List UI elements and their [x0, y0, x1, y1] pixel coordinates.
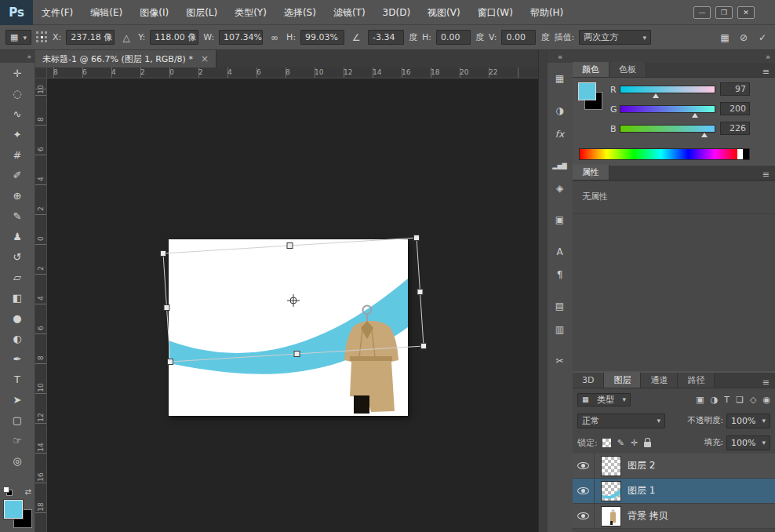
- vertical-ruler[interactable]: 10 8 6 4 2 0 2 4 6 8 10 12 14 16 18: [35, 78, 47, 532]
- pen-tool[interactable]: ✒: [0, 348, 35, 369]
- tab-3d[interactable]: 3D: [573, 373, 604, 388]
- maximize-button[interactable]: ❐: [715, 6, 733, 19]
- interpolation-select[interactable]: 两次立方 ▾: [579, 30, 651, 45]
- h-skew-input[interactable]: 0.00: [436, 30, 471, 45]
- width-input[interactable]: 107.34%: [219, 30, 263, 45]
- histogram-icon[interactable]: ▂▅▇: [550, 158, 569, 173]
- menu-filter[interactable]: 滤镜(T): [325, 0, 374, 25]
- visibility-toggle[interactable]: [573, 454, 595, 479]
- character-icon[interactable]: A: [550, 244, 569, 260]
- brush-tool[interactable]: ✎: [0, 206, 35, 226]
- default-colors-icon[interactable]: [3, 486, 13, 496]
- link-dimensions-icon[interactable]: ∞: [267, 32, 282, 43]
- close-tab-icon[interactable]: ×: [201, 53, 209, 64]
- navigator-icon[interactable]: ◈: [550, 180, 569, 196]
- menu-3d[interactable]: 3D(D): [374, 0, 419, 25]
- lock-pixels-icon[interactable]: ✎: [617, 438, 624, 448]
- tab-color[interactable]: 颜色: [573, 62, 609, 77]
- clone-source-icon[interactable]: ▣: [550, 212, 569, 228]
- eraser-tool[interactable]: ▱: [0, 267, 35, 287]
- layer-filter-select[interactable]: ▦ 类型 ▾: [577, 393, 631, 406]
- red-value-input[interactable]: 97: [720, 82, 750, 96]
- tab-layers[interactable]: 图层: [604, 373, 641, 388]
- layer-row-layer1[interactable]: 图层 1: [573, 479, 775, 504]
- close-button[interactable]: ✕: [737, 6, 755, 19]
- timeline-icon[interactable]: ✂: [550, 353, 569, 369]
- visibility-toggle[interactable]: [573, 479, 595, 504]
- menu-edit[interactable]: 编辑(E): [82, 0, 131, 25]
- styles-icon[interactable]: fx: [550, 126, 569, 142]
- blend-mode-select[interactable]: 正常 ▾: [577, 414, 665, 428]
- quick-selection-tool[interactable]: ✦: [0, 124, 35, 144]
- dock-expand-button[interactable]: «: [548, 50, 573, 63]
- commit-transform-icon[interactable]: ✓: [755, 32, 770, 43]
- layer-name[interactable]: 图层 1: [628, 484, 655, 497]
- path-selection-tool[interactable]: ➤: [0, 389, 35, 410]
- dodge-tool[interactable]: ◐: [0, 328, 35, 348]
- green-slider[interactable]: [620, 105, 715, 113]
- menu-layer[interactable]: 图层(L): [177, 0, 226, 25]
- x-position-input[interactable]: 237.18 像: [66, 30, 115, 45]
- shape-tool[interactable]: ▢: [0, 410, 35, 430]
- clone-stamp-tool[interactable]: ♟: [0, 226, 35, 246]
- document-tab[interactable]: 未标题-1 @ 66.7% (图层 1, RGB/8) * ×: [35, 50, 216, 67]
- cancel-transform-icon[interactable]: ⊘: [737, 32, 751, 43]
- blur-tool[interactable]: ●: [0, 308, 35, 328]
- menu-window[interactable]: 窗口(W): [469, 0, 522, 25]
- foreground-color-swatch[interactable]: [4, 500, 23, 519]
- blue-slider[interactable]: [620, 125, 715, 133]
- zoom-tool[interactable]: ◎: [0, 450, 35, 471]
- layer-row-background-copy[interactable]: 背景 拷贝: [573, 504, 775, 529]
- color-spectrum-ramp[interactable]: [579, 148, 750, 160]
- tab-channels[interactable]: 通道: [641, 373, 678, 388]
- filter-pixel-icon[interactable]: ▣: [696, 395, 704, 405]
- lasso-tool[interactable]: ∿: [0, 104, 35, 124]
- move-tool[interactable]: ✛: [0, 63, 35, 83]
- menu-help[interactable]: 帮助(H): [522, 0, 572, 25]
- adjustments-icon[interactable]: ◑: [550, 103, 569, 118]
- hand-tool[interactable]: ☞: [0, 430, 35, 450]
- rotation-input[interactable]: -3.34: [368, 30, 404, 45]
- lock-transparency-icon[interactable]: [602, 439, 611, 447]
- visibility-toggle[interactable]: [573, 504, 595, 529]
- green-value-input[interactable]: 200: [720, 102, 750, 115]
- notes-icon[interactable]: ▤: [550, 298, 569, 314]
- fill-input[interactable]: 100% ▾: [726, 435, 770, 450]
- v-skew-input[interactable]: 0.00: [501, 30, 536, 45]
- filter-shape-icon[interactable]: ❏: [736, 395, 744, 405]
- document-canvas[interactable]: [169, 239, 408, 416]
- panel-menu-icon[interactable]: ≡: [762, 377, 775, 388]
- layer-thumbnail[interactable]: [601, 506, 621, 527]
- y-position-input[interactable]: 118.00 像: [150, 30, 198, 45]
- horizontal-ruler[interactable]: 8 6 4 2 0 2 4 6 8 10 12 14 16 18 20 22: [47, 67, 538, 78]
- toolbar-collapse-button[interactable]: »: [0, 50, 35, 63]
- menu-file[interactable]: 文件(F): [33, 0, 82, 25]
- tool-preset-picker[interactable]: ▦ ▾: [5, 30, 31, 45]
- menu-view[interactable]: 视图(V): [419, 0, 469, 25]
- panel-menu-icon[interactable]: ≡: [762, 169, 775, 180]
- eyedropper-tool[interactable]: ✐: [0, 165, 35, 185]
- layer-thumbnail[interactable]: [601, 481, 621, 501]
- paragraph-icon[interactable]: ¶: [550, 267, 569, 282]
- menu-select[interactable]: 选择(S): [275, 0, 325, 25]
- filter-adjustment-icon[interactable]: ◑: [711, 395, 719, 405]
- marquee-tool[interactable]: ◌: [0, 83, 35, 104]
- crop-tool[interactable]: #: [0, 144, 35, 165]
- layer-name[interactable]: 背景 拷贝: [628, 509, 668, 523]
- tab-properties[interactable]: 属性: [573, 165, 609, 180]
- red-slider-thumb[interactable]: [653, 93, 659, 98]
- green-slider-thumb[interactable]: [692, 113, 698, 118]
- relative-position-icon[interactable]: △: [119, 32, 133, 43]
- layer-row-layer2[interactable]: 图层 2: [573, 454, 775, 479]
- layer-thumbnail[interactable]: [601, 456, 621, 476]
- type-tool[interactable]: T: [0, 369, 35, 389]
- reference-point-locator[interactable]: [36, 31, 48, 43]
- filter-toggle-icon[interactable]: ◉: [762, 395, 770, 405]
- tab-paths[interactable]: 路径: [678, 373, 715, 388]
- healing-brush-tool[interactable]: ⊕: [0, 185, 35, 206]
- minimize-button[interactable]: —: [693, 6, 711, 19]
- layer-comps-icon[interactable]: ▥: [550, 322, 569, 337]
- filter-type-icon[interactable]: T: [724, 395, 730, 405]
- layer-name[interactable]: 图层 2: [628, 459, 655, 472]
- menu-type[interactable]: 类型(Y): [226, 0, 275, 25]
